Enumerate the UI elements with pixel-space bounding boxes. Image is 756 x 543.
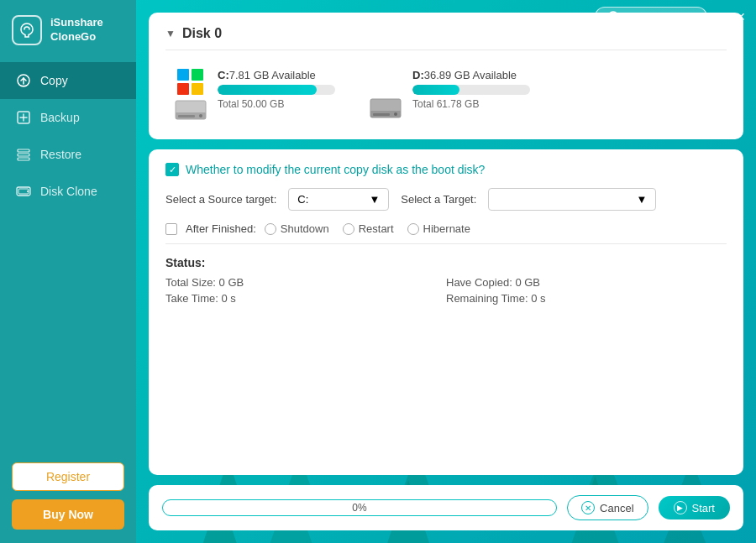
diskclone-icon bbox=[15, 183, 32, 200]
status-grid: Total Size: 0 GB Have Copied: 0 GB Take … bbox=[165, 276, 727, 305]
make-boot-label: Make Boot Disk bbox=[624, 11, 695, 23]
boot-disk-label: Whether to modify the current copy disk … bbox=[186, 163, 485, 176]
drive-c-icon bbox=[174, 69, 207, 121]
progress-section: 0% ✕ Cancel ▶ Start bbox=[149, 485, 743, 530]
close-button[interactable]: ✕ bbox=[734, 10, 748, 23]
remaining-value: 0 s bbox=[531, 292, 545, 305]
drive-c-fill bbox=[218, 85, 317, 95]
after-finished-checkbox[interactable] bbox=[165, 223, 177, 235]
boot-disk-row: ✓ Whether to modify the current copy dis… bbox=[165, 163, 727, 176]
have-copied-value: 0 GB bbox=[515, 276, 540, 289]
boot-disk-checkbox[interactable]: ✓ bbox=[165, 163, 179, 176]
drive-d-label: D:36.89 GB Available bbox=[412, 69, 530, 81]
drive-c-total: Total 50.00 GB bbox=[218, 98, 335, 110]
buynow-button[interactable]: Buy Now bbox=[12, 499, 124, 530]
svg-rect-20 bbox=[18, 158, 29, 160]
restore-icon bbox=[15, 146, 32, 163]
windows-logo-c bbox=[177, 69, 204, 96]
source-target-label: Select a Source target: bbox=[165, 193, 276, 206]
status-section: Status: Total Size: 0 GB Have Copied: 0 … bbox=[165, 256, 727, 308]
copy-label: Copy bbox=[40, 74, 68, 87]
total-size-item: Total Size: 0 GB bbox=[165, 276, 446, 289]
target-row: Select a Source target: C: ▼ Select a Ta… bbox=[165, 188, 727, 211]
dropdown-arrow-source: ▼ bbox=[369, 193, 380, 206]
main-content: ▼ Disk 0 bbox=[136, 0, 756, 543]
drive-d-total: Total 61.78 GB bbox=[412, 98, 530, 110]
radio-restart-label: Restart bbox=[359, 222, 394, 235]
minimize-button[interactable]: — bbox=[714, 10, 727, 23]
progress-percent: 0% bbox=[352, 502, 366, 514]
svg-rect-31 bbox=[373, 113, 390, 116]
backup-label: Backup bbox=[40, 111, 80, 124]
target-label: Select a Target: bbox=[401, 193, 476, 206]
total-size-value: 0 GB bbox=[219, 276, 244, 289]
remaining-label: Remaining Time: bbox=[446, 292, 528, 305]
after-finished-label: After Finished: bbox=[186, 222, 256, 235]
cancel-button[interactable]: ✕ Cancel bbox=[567, 495, 648, 520]
register-button[interactable]: Register bbox=[12, 462, 124, 491]
copy-icon bbox=[15, 72, 32, 89]
disk-shape-c bbox=[174, 99, 207, 121]
sidebar-item-diskclone[interactable]: Disk Clone bbox=[0, 173, 136, 210]
make-boot-disk-button[interactable]: Make Boot Disk bbox=[595, 7, 707, 27]
total-size-label: Total Size: bbox=[165, 276, 216, 289]
drive-d-fill bbox=[412, 85, 459, 95]
disk-shape-d bbox=[369, 97, 402, 119]
source-dropdown[interactable]: C: ▼ bbox=[288, 188, 389, 211]
drive-c-label: C:7.81 GB Available bbox=[218, 69, 335, 81]
drive-d-info: D:36.89 GB Available Total 61.78 GB bbox=[412, 69, 530, 110]
options-panel: ✓ Whether to modify the current copy dis… bbox=[149, 149, 743, 475]
backup-icon bbox=[15, 109, 32, 126]
svg-rect-18 bbox=[18, 149, 29, 152]
radio-shutdown-circle bbox=[265, 223, 276, 235]
take-time-item: Take Time: 0 s bbox=[165, 292, 446, 305]
restore-label: Restore bbox=[40, 148, 81, 161]
drive-d: D:36.89 GB Available Total 61.78 GB bbox=[369, 69, 530, 121]
disk-drives: C:7.81 GB Available Total 50.00 GB bbox=[165, 64, 727, 126]
drive-c-info: C:7.81 GB Available Total 50.00 GB bbox=[218, 69, 335, 110]
main-progress-bar: 0% bbox=[162, 499, 557, 516]
svg-point-32 bbox=[394, 112, 397, 116]
drive-d-icon bbox=[369, 69, 402, 119]
radio-hibernate-circle bbox=[407, 223, 419, 235]
sidebar-bottom: Register Buy Now bbox=[0, 449, 136, 543]
target-dropdown[interactable]: ▼ bbox=[488, 188, 656, 211]
take-time-label: Take Time: bbox=[165, 292, 218, 305]
svg-rect-27 bbox=[178, 115, 195, 117]
have-copied-item: Have Copied: 0 GB bbox=[446, 276, 727, 289]
drive-c-progress bbox=[218, 85, 335, 95]
radio-restart-circle bbox=[343, 223, 354, 235]
sidebar-item-backup[interactable]: Backup bbox=[0, 99, 136, 136]
after-finished-row: After Finished: Shutdown Restart Hiberna… bbox=[165, 222, 727, 244]
source-value: C: bbox=[297, 193, 308, 206]
start-button[interactable]: ▶ Start bbox=[659, 496, 730, 520]
start-icon: ▶ bbox=[674, 501, 687, 514]
start-label: Start bbox=[692, 502, 715, 514]
radio-shutdown-label: Shutdown bbox=[281, 222, 329, 235]
have-copied-label: Have Copied: bbox=[446, 276, 512, 289]
diskclone-label: Disk Clone bbox=[40, 185, 97, 198]
svg-point-23 bbox=[27, 191, 29, 192]
sidebar: iSunshareCloneGo Copy Backup bbox=[0, 0, 136, 543]
sidebar-item-copy[interactable]: Copy bbox=[0, 62, 136, 99]
radio-shutdown[interactable]: Shutdown bbox=[265, 222, 329, 235]
dropdown-arrow-target: ▼ bbox=[636, 193, 647, 206]
radio-group: Shutdown Restart Hibernate bbox=[265, 222, 470, 235]
radio-hibernate-label: Hibernate bbox=[423, 222, 470, 235]
drive-c: C:7.81 GB Available Total 50.00 GB bbox=[174, 69, 335, 121]
remaining-time-item: Remaining Time: 0 s bbox=[446, 292, 727, 305]
cancel-label: Cancel bbox=[600, 502, 633, 514]
svg-rect-19 bbox=[18, 154, 29, 156]
radio-restart[interactable]: Restart bbox=[343, 222, 394, 235]
titlebar-controls: Make Boot Disk — ✕ bbox=[595, 7, 748, 27]
take-time-value: 0 s bbox=[221, 292, 235, 305]
titlebar: Make Boot Disk — ✕ bbox=[0, 0, 756, 34]
cancel-icon: ✕ bbox=[581, 501, 595, 514]
status-title: Status: bbox=[165, 256, 727, 269]
svg-point-28 bbox=[199, 114, 202, 117]
drive-d-progress bbox=[412, 85, 530, 95]
radio-hibernate[interactable]: Hibernate bbox=[407, 222, 470, 235]
sidebar-item-restore[interactable]: Restore bbox=[0, 136, 136, 173]
